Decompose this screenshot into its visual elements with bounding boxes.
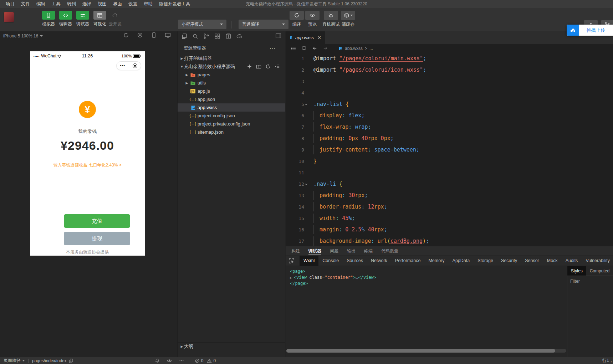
collapse-all-icon[interactable]	[275, 64, 280, 69]
wxml-node-0[interactable]: <page>	[290, 268, 567, 275]
code-line-4[interactable]: 4	[286, 87, 613, 98]
cloud-check-icon[interactable]	[236, 33, 242, 39]
mode-select[interactable]: 小程序模式	[178, 20, 226, 29]
code-line-6[interactable]: 6display: flex;	[286, 110, 613, 121]
promo-link[interactable]: 转入零钱通赚收益 七日年化2.43% >	[30, 162, 145, 168]
debugger-tab-构建[interactable]: 构建	[291, 246, 300, 255]
fold-chevron-icon[interactable]	[304, 102, 313, 106]
devtools-tab-appdata[interactable]: AppData	[449, 256, 474, 266]
page-path-selector[interactable]: 页面路径	[4, 358, 25, 364]
tree-item-app.js[interactable]: ▶JSapp.js	[178, 87, 285, 95]
capsule-exit-icon[interactable]	[129, 63, 141, 68]
new-folder-icon[interactable]	[256, 64, 261, 69]
horizontal-scrollbar[interactable]	[286, 349, 566, 353]
debugger-tab-输出[interactable]: 输出	[347, 246, 356, 255]
wxml-node-2[interactable]: </page>	[290, 281, 567, 287]
devtools-tab-wxml[interactable]: Wxml	[300, 256, 318, 266]
page-path-value[interactable]: pages/index/index	[32, 358, 73, 363]
code-line-16[interactable]: 16margin: 0 2.5% 40rpx;	[286, 224, 613, 235]
code-line-11[interactable]: 11	[286, 167, 613, 178]
code-line-8[interactable]: 8padding: 0px 40rpx 0px;	[286, 133, 613, 144]
code-line-15[interactable]: 15width: 45%;	[286, 212, 613, 224]
devtools-tab-vulnerability[interactable]: Vulnerability	[582, 256, 613, 266]
tree-section-project[interactable]: ▼充电余额特效小程序源码	[178, 62, 285, 71]
record-icon[interactable]	[137, 32, 143, 38]
menu-项目[interactable]: 项目	[3, 0, 17, 8]
files-icon[interactable]	[181, 33, 187, 39]
outline-section[interactable]: ▶ 大纲	[178, 342, 285, 350]
toolbar-云开发-button[interactable]: 云开发	[107, 11, 123, 27]
refresh-icon[interactable]	[265, 64, 271, 69]
devtools-tab-mock[interactable]: Mock	[543, 256, 562, 266]
code-line-1[interactable]: 1@import "/pages/colorui/main.wxss";	[286, 53, 613, 64]
inspect-element-icon[interactable]	[288, 258, 295, 264]
problem-counts[interactable]: 0 0	[195, 358, 216, 363]
code-line-14[interactable]: 14border-radius: 12rpx;	[286, 201, 613, 212]
devtools-tab-network[interactable]: Network	[367, 256, 391, 266]
wxml-node-1[interactable]: ▶ <view class="container">…</view>	[290, 275, 567, 281]
new-file-icon[interactable]	[247, 64, 252, 69]
fold-chevron-icon[interactable]	[304, 182, 313, 186]
toolbar-可视化-button[interactable]: 可视化	[92, 11, 108, 27]
code-line-12[interactable]: 12.nav-li {	[286, 178, 613, 190]
code-editor[interactable]: 1@import "/pages/colorui/main.wxss";2@im…	[286, 50, 613, 246]
capsule-menu-icon[interactable]: •••	[117, 63, 129, 68]
action-真机调试-button[interactable]: 真机调试	[322, 11, 339, 27]
debugger-tab-问题[interactable]: 问题	[330, 246, 338, 255]
menu-文件[interactable]: 文件	[18, 0, 33, 8]
scrollbar-thumb[interactable]	[286, 349, 555, 353]
devtools-tab-sensor[interactable]: Sensor	[521, 256, 543, 266]
menu-设置[interactable]: 设置	[126, 0, 140, 8]
code-line-17[interactable]: 17background-image: url(cardBg.png);	[286, 235, 613, 247]
debugger-tab-调试器[interactable]: 调试器	[308, 246, 321, 255]
toolbar-编辑器-button[interactable]: 编辑器	[57, 11, 74, 27]
devtools-tab-performance[interactable]: Performance	[391, 256, 425, 266]
miniprogram-capsule[interactable]: •••	[116, 61, 141, 70]
debugger-tab-终端[interactable]: 终端	[364, 246, 373, 255]
code-line-2[interactable]: 2@import "/pages/colorui/icon.wxss";	[286, 64, 613, 76]
code-line-7[interactable]: 7flex-wrap: wrap;	[286, 121, 613, 133]
tree-item-project.config.json[interactable]: ▶{..}project.config.json	[178, 112, 285, 120]
tree-item-pages[interactable]: ▶pages	[178, 71, 285, 79]
menu-工具[interactable]: 工具	[49, 0, 63, 8]
package-icon[interactable]	[225, 33, 231, 39]
withdraw-button[interactable]: 提现	[64, 232, 130, 245]
panel-layout-icon[interactable]	[275, 33, 281, 39]
menu-帮助[interactable]: 帮助	[141, 0, 155, 8]
code-line-9[interactable]: 9justify-content: space-between;	[286, 144, 613, 155]
tree-item-app.wxss[interactable]: ▶app.wxss	[178, 103, 285, 112]
devtools-tab-sources[interactable]: Sources	[343, 256, 367, 266]
code-line-5[interactable]: 5.nav-list {	[286, 98, 613, 110]
menu-界面[interactable]: 界面	[110, 0, 125, 8]
toolbar-调试器-button[interactable]: 调试器	[75, 11, 91, 27]
action-编译-button[interactable]: 编译	[290, 11, 304, 27]
styles-tab-computed[interactable]: Computed	[586, 266, 613, 276]
devtools-tab-audits[interactable]: Audits	[562, 256, 582, 266]
code-line-10[interactable]: 10}	[286, 155, 613, 167]
avatar[interactable]	[4, 12, 14, 22]
devtools-tab-storage[interactable]: Storage	[474, 256, 497, 266]
tab-app-wxss[interactable]: app.wxss ✕	[286, 31, 325, 44]
more-actions-icon[interactable]: ···	[270, 45, 276, 51]
search-icon[interactable]	[192, 33, 198, 39]
tree-item-app.json[interactable]: ▶{..}app.json	[178, 95, 285, 103]
devtools-tab-security[interactable]: Security	[497, 256, 521, 266]
menu-微信开发者工具[interactable]: 微信开发者工具	[156, 0, 193, 8]
styles-filter[interactable]: Filter	[567, 276, 613, 284]
device-selector[interactable]: iPhone 5 100% 16	[3, 34, 43, 39]
menu-视图[interactable]: 视图	[95, 0, 109, 8]
compile-select[interactable]: 普通编译	[239, 20, 288, 29]
tree-item-project.private.config.json[interactable]: ▶{..}project.private.config.json	[178, 120, 285, 128]
more-icon[interactable]	[179, 358, 184, 363]
rotate-icon[interactable]	[123, 32, 129, 38]
git-icon[interactable]	[203, 33, 209, 39]
extensions-icon[interactable]	[214, 33, 220, 39]
code-line-13[interactable]: 13padding: 30rpx;	[286, 190, 613, 201]
menu-转到[interactable]: 转到	[64, 0, 79, 8]
tree-section-open-editors[interactable]: ▶打开的编辑器	[178, 54, 285, 62]
close-icon[interactable]: ✕	[317, 35, 321, 40]
devtools-tab-console[interactable]: Console	[318, 256, 343, 266]
copy-icon[interactable]	[68, 358, 73, 363]
tree-item-sitemap.json[interactable]: ▶{..}sitemap.json	[178, 128, 285, 136]
menu-编辑[interactable]: 编辑	[34, 0, 48, 8]
